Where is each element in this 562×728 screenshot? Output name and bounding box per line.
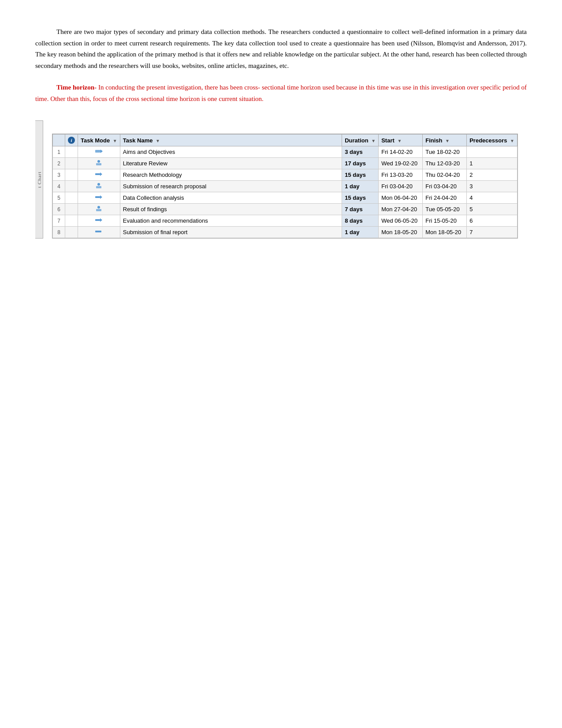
row-number: 2 bbox=[53, 158, 65, 169]
row-number: 7 bbox=[53, 215, 65, 227]
row-finish: Fri 03-04-20 bbox=[423, 181, 467, 192]
svg-rect-12 bbox=[95, 219, 100, 221]
row-duration: 7 days bbox=[342, 204, 379, 215]
duration-label: Duration bbox=[345, 137, 368, 144]
row-task-mode bbox=[78, 158, 120, 169]
row-info-cell bbox=[65, 146, 78, 158]
row-info-cell bbox=[65, 227, 78, 238]
row-finish: Tue 18-02-20 bbox=[423, 146, 467, 158]
row-predecessors: 6 bbox=[467, 215, 517, 227]
col-header-start[interactable]: Start ▼ bbox=[379, 134, 423, 146]
row-task-name: Evaluation and recommendations bbox=[120, 215, 342, 227]
row-duration: 15 days bbox=[342, 192, 379, 204]
table-row: 5 Data Collection analysis 15 days Mon 0… bbox=[53, 192, 517, 204]
row-number: 8 bbox=[53, 227, 65, 238]
svg-marker-5 bbox=[100, 172, 102, 176]
col-header-predecessors[interactable]: Predecessors ▼ bbox=[467, 134, 517, 146]
row-task-name: Result of findings bbox=[120, 204, 342, 215]
svg-marker-9 bbox=[100, 195, 102, 199]
time-horizon-paragraph: Time horizon- In conducting the present … bbox=[35, 82, 527, 105]
row-duration: 17 days bbox=[342, 158, 379, 169]
svg-marker-13 bbox=[100, 218, 102, 222]
predecessors-label: Predecessors bbox=[469, 137, 507, 144]
row-info-cell bbox=[65, 169, 78, 181]
svg-marker-1 bbox=[100, 149, 103, 153]
col-header-rownum bbox=[53, 134, 65, 146]
start-dropdown-icon[interactable]: ▼ bbox=[397, 138, 402, 143]
row-finish: Fri 15-05-20 bbox=[423, 215, 467, 227]
svg-rect-7 bbox=[96, 186, 101, 188]
col-header-finish[interactable]: Finish ▼ bbox=[423, 134, 467, 146]
row-info-cell bbox=[65, 215, 78, 227]
paragraph1: There are two major types of secondary a… bbox=[35, 26, 527, 71]
task-mode-dropdown-icon[interactable]: ▼ bbox=[113, 138, 117, 143]
row-predecessors: 2 bbox=[467, 169, 517, 181]
finish-label: Finish bbox=[425, 137, 442, 144]
row-info-cell bbox=[65, 181, 78, 192]
row-predecessors: 5 bbox=[467, 204, 517, 215]
row-start: Mon 27-04-20 bbox=[379, 204, 423, 215]
table-row: 1 Aims and Objectives 3 days Fri 14-02-2… bbox=[53, 146, 517, 158]
duration-dropdown-icon[interactable]: ▼ bbox=[371, 138, 376, 143]
row-task-mode bbox=[78, 192, 120, 204]
side-label: t Chart bbox=[35, 120, 43, 239]
row-duration: 15 days bbox=[342, 169, 379, 181]
row-task-mode bbox=[78, 146, 120, 158]
row-number: 1 bbox=[53, 146, 65, 158]
row-duration: 1 day bbox=[342, 227, 379, 238]
row-predecessors bbox=[467, 146, 517, 158]
finish-dropdown-icon[interactable]: ▼ bbox=[445, 138, 450, 143]
row-number: 6 bbox=[53, 204, 65, 215]
row-info-cell bbox=[65, 204, 78, 215]
row-task-mode bbox=[78, 169, 120, 181]
col-header-task-name[interactable]: Task Name ▼ bbox=[120, 134, 342, 146]
svg-rect-8 bbox=[95, 196, 100, 198]
col-header-info[interactable]: i bbox=[65, 134, 78, 146]
row-task-name: Submission of research proposal bbox=[120, 181, 342, 192]
row-number: 5 bbox=[53, 192, 65, 204]
row-task-mode bbox=[78, 181, 120, 192]
row-start: Wed 19-02-20 bbox=[379, 158, 423, 169]
task-name-dropdown-icon[interactable]: ▼ bbox=[156, 138, 160, 143]
row-task-name: Research Methodology bbox=[120, 169, 342, 181]
svg-point-6 bbox=[97, 183, 100, 186]
row-duration: 3 days bbox=[342, 146, 379, 158]
row-predecessors: 1 bbox=[467, 158, 517, 169]
col-header-duration[interactable]: Duration ▼ bbox=[342, 134, 379, 146]
row-number: 3 bbox=[53, 169, 65, 181]
row-number: 4 bbox=[53, 181, 65, 192]
row-finish: Thu 12-03-20 bbox=[423, 158, 467, 169]
row-finish: Thu 02-04-20 bbox=[423, 169, 467, 181]
svg-rect-0 bbox=[95, 150, 100, 153]
svg-rect-3 bbox=[96, 163, 101, 165]
table-row: 3 Research Methodology 15 days Fri 13-03… bbox=[53, 169, 517, 181]
table-row: 2 Literature Review 17 days Wed 19-02-20… bbox=[53, 158, 517, 169]
task-mode-label: Task Mode bbox=[81, 137, 110, 144]
row-start: Fri 14-02-20 bbox=[379, 146, 423, 158]
row-start: Mon 06-04-20 bbox=[379, 192, 423, 204]
start-label: Start bbox=[381, 137, 395, 144]
row-predecessors: 7 bbox=[467, 227, 517, 238]
row-start: Fri 13-03-20 bbox=[379, 169, 423, 181]
row-start: Mon 18-05-20 bbox=[379, 227, 423, 238]
task-name-label: Task Name bbox=[123, 137, 153, 144]
row-task-name: Data Collection analysis bbox=[120, 192, 342, 204]
predecessors-dropdown-icon[interactable]: ▼ bbox=[510, 138, 514, 143]
gantt-table: i Task Mode ▼ Task Name ▼ Duration ▼ bbox=[52, 134, 517, 238]
row-start: Wed 06-05-20 bbox=[379, 215, 423, 227]
row-task-name: Aims and Objectives bbox=[120, 146, 342, 158]
col-header-task-mode[interactable]: Task Mode ▼ bbox=[78, 134, 120, 146]
row-task-mode bbox=[78, 215, 120, 227]
time-horizon-body: In conducting the present investigation,… bbox=[35, 84, 527, 102]
gantt-table-wrapper: t Chart i Task Mode ▼ Task Name ▼ bbox=[35, 120, 527, 239]
table-header-row: i Task Mode ▼ Task Name ▼ Duration ▼ bbox=[53, 134, 517, 146]
time-horizon-label: Time horizon- bbox=[56, 84, 97, 91]
row-task-mode bbox=[78, 204, 120, 215]
row-task-name: Submission of final report bbox=[120, 227, 342, 238]
row-predecessors: 4 bbox=[467, 192, 517, 204]
row-task-name: Literature Review bbox=[120, 158, 342, 169]
row-info-cell bbox=[65, 158, 78, 169]
svg-point-10 bbox=[97, 206, 100, 209]
svg-rect-11 bbox=[96, 209, 101, 211]
row-finish: Mon 18-05-20 bbox=[423, 227, 467, 238]
